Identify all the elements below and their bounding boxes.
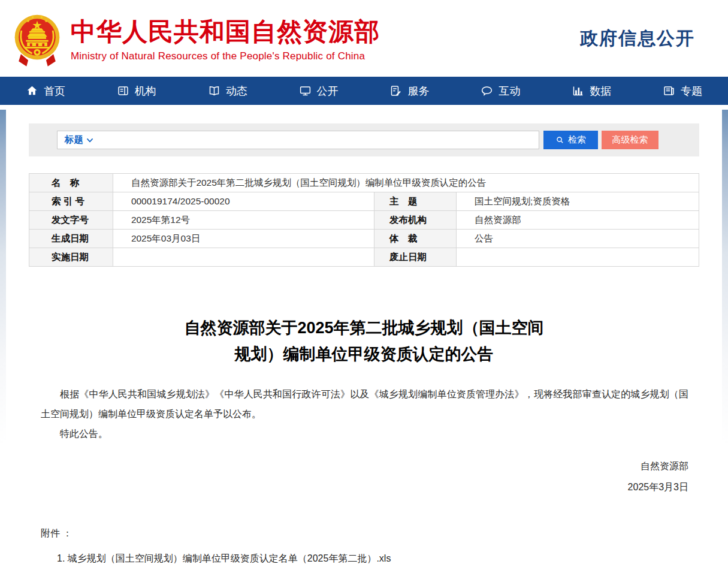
- nav-label: 公开: [317, 84, 339, 98]
- meta-label-date-abolished: 废止日期: [374, 248, 457, 267]
- search-button[interactable]: 检索: [543, 131, 598, 149]
- meta-label-genre: 体 裁: [374, 230, 457, 248]
- meta-label-date-created: 生成日期: [29, 230, 113, 248]
- site-title: 中华人民共和国自然资源部: [71, 17, 380, 46]
- main-nav: 首页 机构 动态 公开 服务 互动 数据 专题: [0, 77, 728, 105]
- service-icon: [389, 85, 402, 97]
- nav-label: 互动: [499, 84, 520, 98]
- chevron-down-icon: [86, 136, 94, 144]
- meta-value-doc-number: 2025年第12号: [113, 211, 374, 230]
- nav-label: 机构: [135, 84, 156, 98]
- meta-value-subject: 国土空间规划;资质资格: [456, 192, 699, 211]
- attachments-label: 附件 ：: [41, 524, 688, 542]
- meta-label-doc-number: 发文字号: [29, 211, 113, 230]
- site-subtitle: Ministry of Natural Resources of the Peo…: [71, 50, 380, 62]
- disclosure-icon: [299, 85, 312, 97]
- search-icon: [555, 135, 564, 144]
- table-row: 生成日期 2025年03月03日 体 裁 公告: [29, 230, 699, 248]
- search-bar: 标题 检索 高级检索: [29, 123, 699, 156]
- home-icon: [26, 85, 38, 97]
- nav-item-data[interactable]: 数据: [546, 77, 637, 105]
- data-icon: [572, 85, 584, 97]
- organization-icon: [117, 85, 129, 97]
- nav-item-news[interactable]: 动态: [182, 77, 273, 105]
- nav-label: 动态: [226, 84, 247, 98]
- site-brand: 中华人民共和国自然资源部 Ministry of Natural Resourc…: [12, 7, 380, 70]
- advanced-search-label: 高级检索: [612, 134, 648, 146]
- document-meta-table: 名 称 自然资源部关于2025年第二批城乡规划（国土空间规划）编制单位甲级资质认…: [29, 173, 699, 267]
- topics-icon: [663, 85, 675, 97]
- nav-item-service[interactable]: 服务: [364, 77, 455, 105]
- signature-block: 自然资源部 2025年3月3日: [41, 456, 688, 497]
- nav-label: 服务: [407, 84, 429, 98]
- meta-label-date-effective: 实施日期: [29, 248, 113, 267]
- table-row: 发文字号 2025年第12号 发布机构 自然资源部: [29, 211, 699, 230]
- nav-label: 数据: [590, 84, 611, 98]
- meta-value-agency: 自然资源部: [456, 211, 699, 230]
- search-button-label: 检索: [568, 134, 586, 146]
- meta-value-date-created: 2025年03月03日: [113, 230, 374, 248]
- body-paragraph: 根据《中华人民共和国城乡规划法》《中华人民共和国行政许可法》以及《城乡规划编制单…: [41, 384, 688, 424]
- search-category-dropdown[interactable]: 标题: [65, 134, 94, 146]
- table-row: 索 引 号 000019174/2025-00020 主 题 国土空间规划;资质…: [29, 192, 699, 211]
- meta-label-agency: 发布机构: [374, 211, 457, 230]
- search-input[interactable]: 标题: [57, 131, 539, 149]
- meta-value-genre: 公告: [456, 230, 699, 248]
- page-background: 标题 检索 高级检索 名 称 自然资源部关于2025年第二批城乡规划（国土空间规…: [0, 110, 728, 567]
- meta-value-name: 自然资源部关于2025年第二批城乡规划（国土空间规划）编制单位甲级资质认定的公告: [113, 174, 699, 192]
- table-row: 实施日期 废止日期: [29, 248, 699, 267]
- interaction-icon: [481, 85, 493, 97]
- advanced-search-button[interactable]: 高级检索: [602, 131, 658, 149]
- nav-label: 首页: [44, 84, 65, 98]
- attachments-section: 附件 ： 1. 城乡规划（国土空间规划）编制单位甲级资质认定名单（2025年第二…: [41, 524, 688, 567]
- document-title-line2: 规划）编制单位甲级资质认定的公告: [235, 345, 494, 363]
- meta-value-date-abolished: [456, 248, 699, 267]
- nav-item-disclosure[interactable]: 公开: [273, 77, 364, 105]
- nav-item-interaction[interactable]: 互动: [455, 77, 546, 105]
- meta-value-date-effective: [113, 248, 374, 267]
- china-national-emblem-logo: [12, 7, 62, 70]
- meta-label-index: 索 引 号: [29, 192, 113, 211]
- table-row: 名 称 自然资源部关于2025年第二批城乡规划（国土空间规划）编制单位甲级资质认…: [29, 174, 699, 192]
- meta-value-index: 000019174/2025-00020: [113, 192, 374, 211]
- signature-agency: 自然资源部: [41, 456, 688, 476]
- content-panel: 标题 检索 高级检索 名 称 自然资源部关于2025年第二批城乡规划（国土空间规…: [6, 110, 722, 567]
- meta-label-name: 名 称: [29, 174, 113, 192]
- site-header: 中华人民共和国自然资源部 Ministry of Natural Resourc…: [0, 0, 728, 77]
- attachment-link[interactable]: 1. 城乡规划（国土空间规划）编制单位甲级资质认定名单（2025年第二批）.xl…: [57, 549, 688, 567]
- search-category-label: 标题: [65, 134, 83, 146]
- nav-item-topics[interactable]: 专题: [637, 77, 728, 105]
- document-body: 根据《中华人民共和国城乡规划法》《中华人民共和国行政许可法》以及《城乡规划编制单…: [41, 384, 688, 567]
- page-section-title: 政府信息公开: [580, 26, 695, 51]
- meta-label-subject: 主 题: [374, 192, 457, 211]
- nav-item-home[interactable]: 首页: [0, 77, 91, 105]
- document-title-line1: 自然资源部关于2025年第二批城乡规划（国土空间: [184, 319, 543, 337]
- body-paragraph: 特此公告。: [41, 424, 688, 444]
- document-title: 自然资源部关于2025年第二批城乡规划（国土空间规划）编制单位甲级资质认定的公告: [29, 315, 699, 367]
- news-icon: [208, 85, 220, 97]
- signature-date: 2025年3月3日: [41, 476, 688, 497]
- nav-label: 专题: [681, 84, 702, 98]
- nav-item-organization[interactable]: 机构: [91, 77, 182, 105]
